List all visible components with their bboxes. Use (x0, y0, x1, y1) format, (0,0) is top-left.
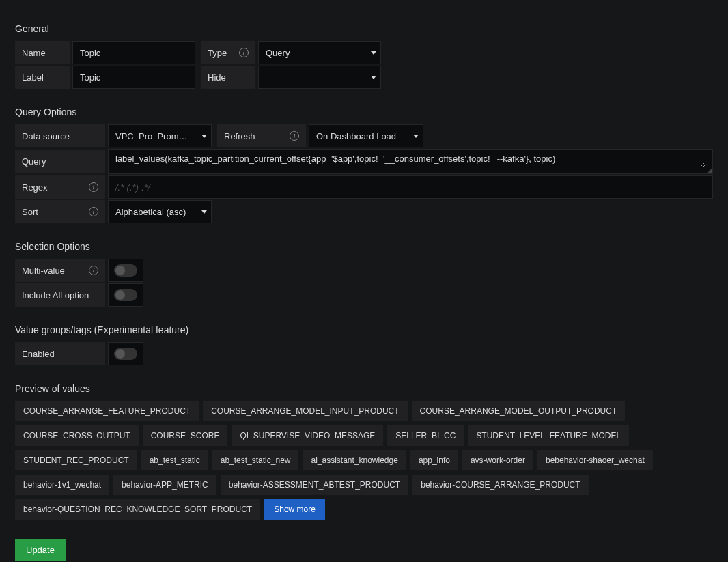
preview-value-tag: behavior-ASSESSMENT_ABTEST_PRODUCT (221, 475, 408, 495)
name-input[interactable] (80, 42, 188, 64)
enabled-toggle-wrap[interactable] (108, 342, 143, 365)
regex-input-wrap[interactable] (108, 175, 713, 199)
info-icon: i (290, 131, 299, 141)
multi-value-toggle-wrap[interactable] (108, 259, 143, 282)
section-general-title: General (15, 23, 713, 34)
info-icon: i (89, 266, 98, 275)
enabled-label: Enabled (15, 342, 105, 365)
section-selection-options-title: Selection Options (15, 241, 713, 252)
preview-value-tag: ab_test_static (141, 450, 208, 470)
preview-values-list: COURSE_ARRANGE_FEATURE_PRODUCTCOURSE_ARR… (15, 401, 713, 520)
chevron-down-icon (371, 76, 376, 79)
show-more-button[interactable]: Show more (264, 499, 325, 520)
label-label: Label (15, 66, 70, 89)
regex-label: Regex i (15, 175, 105, 199)
sort-select[interactable]: Alphabetical (asc) (108, 200, 212, 223)
include-all-label: Include All option (15, 283, 105, 307)
update-button[interactable]: Update (15, 539, 66, 561)
section-preview-title: Preview of values (15, 383, 713, 394)
info-icon: i (89, 207, 98, 216)
include-all-toggle-wrap[interactable] (108, 283, 143, 307)
section-value-groups-title: Value groups/tags (Experimental feature) (15, 324, 713, 335)
preview-value-tag: behavior-QUESTION_REC_KNOWLEDGE_SORT_PRO… (15, 499, 260, 520)
type-select[interactable]: Query (258, 41, 381, 64)
chevron-down-icon (201, 135, 207, 138)
datasource-select[interactable]: VPC_Pro_Prometh (108, 124, 212, 147)
sort-label: Sort i (15, 200, 105, 223)
preview-value-tag: STUDENT_LEVEL_FEATURE_MODEL (468, 425, 629, 446)
preview-value-tag: bebehavior-shaoer_wechat (537, 450, 653, 470)
label-input[interactable] (80, 66, 188, 88)
regex-input[interactable] (115, 176, 705, 198)
multi-value-label: Multi-value i (15, 259, 105, 282)
query-input[interactable] (115, 154, 705, 167)
multi-value-toggle[interactable] (114, 264, 137, 277)
type-label: Type i (201, 41, 255, 64)
refresh-label: Refresh i (217, 124, 306, 147)
preview-value-tag: COURSE_CROSS_OUTPUT (15, 425, 139, 446)
query-input-wrap[interactable] (108, 149, 713, 174)
hide-label: Hide (201, 66, 255, 89)
preview-value-tag: avs-work-order (462, 450, 533, 470)
chevron-down-icon (201, 210, 207, 214)
include-all-toggle[interactable] (114, 289, 137, 301)
preview-value-tag: ab_test_static_new (212, 450, 299, 470)
label-input-wrap[interactable] (72, 66, 195, 89)
preview-value-tag: QI_SUPERVISE_VIDEO_MESSAGE (232, 425, 383, 446)
resize-handle-icon[interactable] (707, 168, 712, 173)
info-icon: i (239, 48, 249, 57)
preview-value-tag: behavior-1v1_wechat (15, 475, 109, 495)
query-label: Query (15, 150, 105, 173)
refresh-select[interactable]: On Dashboard Load (309, 124, 423, 147)
hide-select[interactable] (258, 66, 381, 89)
enabled-toggle[interactable] (114, 348, 137, 360)
section-query-options-title: Query Options (15, 107, 713, 117)
preview-value-tag: COURSE_SCORE (143, 425, 228, 446)
datasource-label: Data source (15, 124, 105, 147)
preview-value-tag: behavior-COURSE_ARRANGE_PRODUCT (412, 475, 588, 495)
preview-value-tag: behavior-APP_METRIC (113, 475, 216, 495)
name-label: Name (15, 41, 70, 64)
preview-value-tag: COURSE_ARRANGE_MODEL_OUTPUT_PRODUCT (412, 401, 626, 421)
chevron-down-icon (413, 135, 419, 138)
preview-value-tag: COURSE_ARRANGE_MODEL_INPUT_PRODUCT (203, 401, 407, 421)
preview-value-tag: SELLER_BI_CC (387, 425, 464, 446)
info-icon: i (89, 182, 98, 192)
chevron-down-icon (371, 51, 376, 55)
preview-value-tag: STUDENT_REC_PRODUCT (15, 450, 137, 470)
name-input-wrap[interactable] (72, 41, 195, 64)
preview-value-tag: ai_assistant_knowledge (303, 450, 406, 470)
preview-value-tag: COURSE_ARRANGE_FEATURE_PRODUCT (15, 401, 199, 421)
preview-value-tag: app_info (410, 450, 458, 470)
